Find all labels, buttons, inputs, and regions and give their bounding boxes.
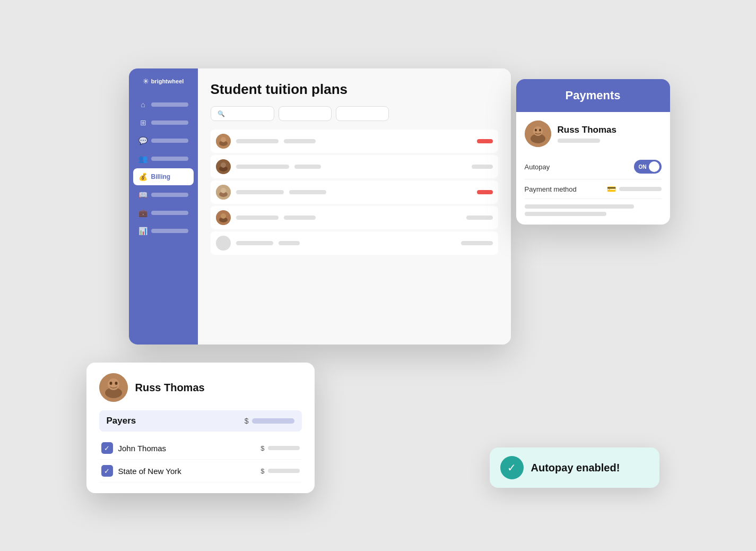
notification-text: Autopay enabled! xyxy=(531,462,620,474)
avatar xyxy=(216,210,231,225)
avatar xyxy=(216,159,231,174)
table-row[interactable] xyxy=(211,130,498,153)
people-icon: 👥 xyxy=(138,154,148,163)
payer-row-state[interactable]: ✓ State of New York $ xyxy=(99,460,302,483)
logo-icon: ✳ xyxy=(143,77,149,85)
autopay-notification: ✓ Autopay enabled! xyxy=(490,447,659,488)
search-box[interactable]: 🔍 xyxy=(211,106,274,121)
autopay-row[interactable]: Autopay ON xyxy=(525,154,662,179)
svg-point-8 xyxy=(221,188,226,193)
table-rows xyxy=(211,130,498,255)
svg-point-16 xyxy=(539,129,541,132)
svg-point-15 xyxy=(535,129,537,132)
payments-student-row: Russ Thomas xyxy=(525,120,662,147)
book-icon: 📖 xyxy=(138,191,148,199)
dollar-sign: $ xyxy=(260,444,264,452)
student-name-sub-bar xyxy=(558,139,600,143)
sidebar-logo: ✳ brightwheel xyxy=(138,77,188,85)
row-data-bar xyxy=(466,216,493,220)
sidebar-item-bar xyxy=(151,120,188,125)
row-data-bar xyxy=(472,165,493,169)
logo-text: brightwheel xyxy=(151,78,184,84)
avatar xyxy=(216,185,231,200)
table-row[interactable] xyxy=(211,231,498,255)
filter-box-2[interactable] xyxy=(336,106,389,121)
briefcase-icon: 💼 xyxy=(138,209,148,217)
payer-row-john[interactable]: ✓ John Thomas $ xyxy=(99,437,302,460)
payers-label: Payers xyxy=(107,416,136,426)
svg-point-2 xyxy=(221,137,226,142)
notif-check-circle: ✓ xyxy=(500,456,524,479)
svg-point-5 xyxy=(221,162,226,168)
sidebar-item-home[interactable]: ⌂ xyxy=(133,96,194,113)
payer-checkbox-state[interactable]: ✓ xyxy=(101,465,113,477)
row-status-bar xyxy=(477,190,493,194)
sidebar-item-bar xyxy=(151,229,188,233)
payments-header: Payments xyxy=(516,79,670,112)
sidebar-item-briefcase[interactable]: 💼 xyxy=(133,204,194,221)
payments-student-avatar xyxy=(525,120,551,147)
payers-student-name: Russ Thomas xyxy=(135,382,205,394)
sidebar-item-bar xyxy=(151,102,188,107)
toggle-thumb xyxy=(649,161,659,172)
sidebar-item-chart[interactable]: 📊 xyxy=(133,222,194,239)
toggle-track[interactable]: ON xyxy=(634,160,662,174)
row-data-bar xyxy=(236,241,273,245)
svg-point-14 xyxy=(533,126,543,136)
main-content: Student tuition plans 🔍 xyxy=(198,68,511,345)
payers-student-avatar xyxy=(99,373,128,402)
app-window: ✳ brightwheel ⌂ ⊞ 💬 👥 xyxy=(129,68,511,345)
payments-body: Russ Thomas Autopay ON Payment method xyxy=(516,112,670,225)
sidebar-billing-label: Billing xyxy=(151,173,171,180)
payers-card: Russ Thomas Payers $ ✓ John Thomas $ ✓ xyxy=(86,363,315,493)
row-data-bar xyxy=(236,165,289,169)
table-row[interactable] xyxy=(211,155,498,178)
payments-title: Payments xyxy=(566,89,621,102)
avatar xyxy=(216,134,231,149)
dollar-sign: $ xyxy=(260,467,264,475)
payer-name-john: John Thomas xyxy=(118,444,256,453)
sidebar-nav: ⌂ ⊞ 💬 👥 💰 Billing xyxy=(129,96,198,239)
payer-checkbox-john[interactable]: ✓ xyxy=(101,442,113,454)
table-row[interactable] xyxy=(211,180,498,204)
row-data-bar xyxy=(236,139,279,143)
extra-bar-2 xyxy=(525,212,607,216)
check-icon: ✓ xyxy=(507,461,516,474)
sidebar-item-billing[interactable]: 💰 Billing xyxy=(133,168,194,185)
billing-icon: 💰 xyxy=(138,173,148,181)
sidebar-item-bar xyxy=(151,193,188,197)
page-title: Student tuition plans xyxy=(211,81,498,98)
autopay-toggle[interactable]: ON xyxy=(634,160,662,174)
toggle-on-label: ON xyxy=(639,164,647,170)
sidebar: ✳ brightwheel ⌂ ⊞ 💬 👥 xyxy=(129,68,198,345)
row-data-bar xyxy=(461,241,493,245)
payment-method-label: Payment method xyxy=(525,185,577,193)
table-row[interactable] xyxy=(211,206,498,229)
card-icon: 💳 xyxy=(607,185,616,193)
sidebar-item-org[interactable]: ⊞ xyxy=(133,114,194,131)
payers-student-row: Russ Thomas xyxy=(99,373,302,402)
sidebar-item-people[interactable]: 👥 xyxy=(133,150,194,167)
payment-method-row[interactable]: Payment method 💳 xyxy=(525,179,662,199)
payers-header-row: Payers $ xyxy=(99,410,302,432)
check-icon: ✓ xyxy=(104,467,110,475)
filter-box-1[interactable] xyxy=(279,106,332,121)
row-status-bar xyxy=(477,139,493,143)
payers-total-amount: $ xyxy=(245,417,294,425)
sidebar-item-book[interactable]: 📖 xyxy=(133,186,194,203)
messages-icon: 💬 xyxy=(138,136,148,145)
check-icon: ✓ xyxy=(104,444,110,452)
sidebar-item-messages[interactable]: 💬 xyxy=(133,132,194,149)
sidebar-item-bar xyxy=(151,157,188,161)
card-number-bar xyxy=(619,187,662,191)
home-icon: ⌂ xyxy=(138,100,148,109)
payer-amount-john: $ xyxy=(260,444,299,452)
extra-bar-1 xyxy=(525,204,634,209)
row-data-bar xyxy=(284,139,316,143)
search-icon: 🔍 xyxy=(218,110,225,117)
row-data-bar xyxy=(294,165,321,169)
org-icon: ⊞ xyxy=(138,118,148,127)
payer-amount-state: $ xyxy=(260,467,299,475)
payer-name-state: State of New York xyxy=(118,467,256,476)
row-data-bar xyxy=(236,216,279,220)
